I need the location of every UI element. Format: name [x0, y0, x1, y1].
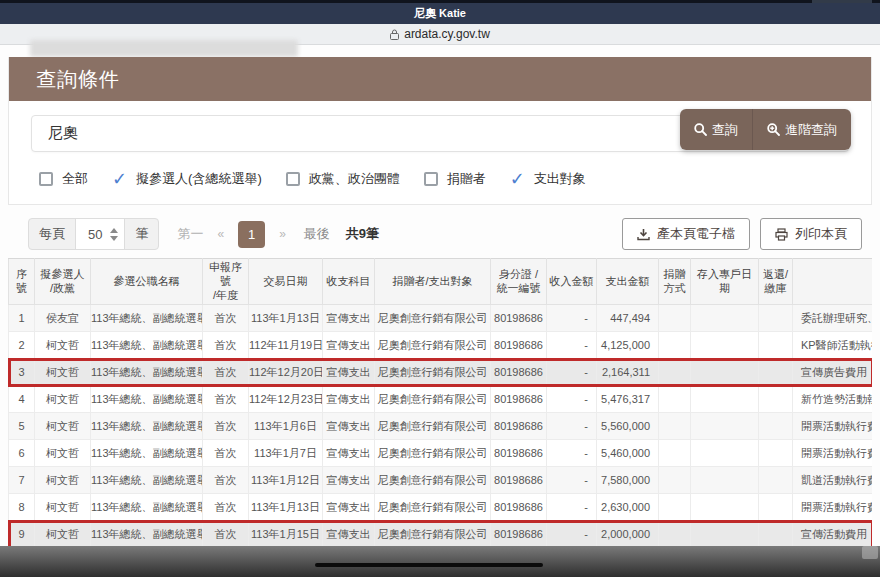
filter-candidates[interactable]: ✓ 擬參選人(含總統選舉): [112, 170, 262, 188]
table-cell: 開票活動執行費: [793, 440, 873, 467]
table-cell: 113年1月15日: [249, 521, 323, 546]
table-cell: [759, 440, 793, 467]
table-cell: 柯文哲: [35, 359, 91, 386]
zoom-plus-icon: [767, 123, 780, 136]
table-cell: 113年總統、副總統選舉: [91, 521, 203, 546]
checkbox-unchecked-icon[interactable]: [424, 172, 438, 186]
print-button-label: 列印本頁: [795, 225, 847, 243]
table-cell: 113年1月13日: [249, 305, 323, 332]
table-cell: 1: [9, 305, 35, 332]
table-cell: 柯文哲: [35, 413, 91, 440]
table-cell: [691, 440, 759, 467]
table-row[interactable]: 9柯文哲113年總統、副總統選舉首次113年1月15日宣傳支出尼奧創意行銷有限公…: [9, 521, 873, 546]
table-cell: [759, 521, 793, 546]
table-cell: 侯友宜: [35, 305, 91, 332]
table-cell: 柯文哲: [35, 386, 91, 413]
filter-parties[interactable]: 政黨、政治團體: [286, 170, 400, 188]
column-header: 參選公職名稱: [91, 259, 203, 305]
checkmark-icon[interactable]: ✓: [112, 172, 127, 186]
table-row[interactable]: 6柯文哲113年總統、副總統選舉首次113年1月7日宣傳支出尼奧創意行銷有限公司…: [9, 440, 873, 467]
home-indicator: [315, 563, 543, 567]
checkbox-unchecked-icon[interactable]: [39, 172, 53, 186]
table-cell: 首次: [203, 332, 249, 359]
table-cell: 5: [9, 413, 35, 440]
table-cell: 柯文哲: [35, 440, 91, 467]
table-cell: [759, 386, 793, 413]
filter-all[interactable]: 全部: [39, 170, 88, 188]
table-cell: [691, 467, 759, 494]
per-page-stepper[interactable]: 50: [75, 219, 125, 249]
table-cell: -: [547, 440, 597, 467]
table-cell: [659, 467, 691, 494]
checkmark-icon[interactable]: ✓: [510, 172, 525, 186]
table-cell: 80198686: [491, 305, 547, 332]
print-button[interactable]: 列印本頁: [760, 218, 862, 250]
table-cell: [759, 467, 793, 494]
table-cell: 新竹造勢活動執行費: [793, 386, 873, 413]
table-row[interactable]: 8柯文哲113年總統、副總統選舉首次113年1月13日宣傳支出尼奧創意行銷有限公…: [9, 494, 873, 521]
printer-icon: [775, 228, 788, 241]
table-cell: [759, 359, 793, 386]
table-cell: 首次: [203, 413, 249, 440]
table-cell: 尼奧創意行銷有限公司: [375, 305, 491, 332]
column-header: 申報序號 /年度: [203, 259, 249, 305]
table-cell: [659, 440, 691, 467]
table-cell: 首次: [203, 359, 249, 386]
table-cell: [691, 494, 759, 521]
table-cell: 113年1月12日: [249, 467, 323, 494]
table-cell: 5,460,000: [597, 440, 659, 467]
download-icon: [637, 228, 650, 241]
table-cell: -: [547, 359, 597, 386]
advanced-search-button-label: 進階查詢: [785, 121, 837, 139]
export-button[interactable]: 產本頁電子檔: [622, 218, 750, 250]
table-cell: 柯文哲: [35, 332, 91, 359]
checkbox-unchecked-icon[interactable]: [286, 172, 300, 186]
stepper-arrows-icon[interactable]: [110, 228, 118, 241]
filter-expenditure-targets[interactable]: ✓ 支出對象: [510, 170, 586, 188]
filter-donors[interactable]: 捐贈者: [424, 170, 486, 188]
table-cell: [691, 305, 759, 332]
advanced-search-button[interactable]: 進階查詢: [753, 109, 851, 150]
table-cell: 447,494: [597, 305, 659, 332]
table-cell: 6: [9, 440, 35, 467]
filter-row: 全部 ✓ 擬參選人(含總統選舉) 政黨、政治團體 捐贈者 ✓ 支出對象: [9, 161, 871, 197]
pagination: 每頁 50 筆 第一 « 1 » 最後 共9筆: [28, 218, 379, 250]
table-row[interactable]: 5柯文哲113年總統、副總統選舉首次113年1月6日宣傳支出尼奧創意行銷有限公司…: [9, 413, 873, 440]
table-cell: 80198686: [491, 386, 547, 413]
table-cell: 80198686: [491, 440, 547, 467]
table-cell: 113年總統、副總統選舉: [91, 305, 203, 332]
table-cell: 首次: [203, 386, 249, 413]
first-page-link[interactable]: 第一: [177, 225, 203, 243]
table-cell: 委託辦理研究、評估: [793, 305, 873, 332]
results-table-body: 1侯友宜113年總統、副總統選舉首次113年1月13日宣傳支出尼奧創意行銷有限公…: [9, 305, 873, 546]
table-cell: 113年1月7日: [249, 440, 323, 467]
table-cell: 113年總統、副總統選舉: [91, 332, 203, 359]
filter-label: 政黨、政治團體: [309, 170, 400, 188]
table-cell: 尼奧創意行銷有限公司: [375, 359, 491, 386]
table-cell: [659, 359, 691, 386]
filter-label: 擬參選人(含總統選舉): [136, 170, 262, 188]
table-cell: 柯文哲: [35, 494, 91, 521]
table-cell: 宣傳支出: [323, 359, 375, 386]
next-page-icon[interactable]: »: [279, 227, 286, 241]
table-cell: 8: [9, 494, 35, 521]
search-button[interactable]: 查詢: [680, 109, 753, 150]
table-cell: 4: [9, 386, 35, 413]
table-cell: 首次: [203, 305, 249, 332]
column-header: 捐贈者/支出對象: [375, 259, 491, 305]
last-page-link[interactable]: 最後: [304, 225, 330, 243]
table-cell: [691, 332, 759, 359]
column-header: 擬參選人 /政黨: [35, 259, 91, 305]
device-bottom-bar: [0, 546, 880, 577]
table-cell: 尼奧創意行銷有限公司: [375, 494, 491, 521]
table-row[interactable]: 3柯文哲113年總統、副總統選舉首次112年12月20日宣傳支出尼奧創意行銷有限…: [9, 359, 873, 386]
table-row[interactable]: 4柯文哲113年總統、副總統選舉首次112年12月23日宣傳支出尼奧創意行銷有限…: [9, 386, 873, 413]
table-row[interactable]: 7柯文哲113年總統、副總統選舉首次113年1月12日宣傳支出尼奧創意行銷有限公…: [9, 467, 873, 494]
table-row[interactable]: 1侯友宜113年總統、副總統選舉首次113年1月13日宣傳支出尼奧創意行銷有限公…: [9, 305, 873, 332]
current-page-button[interactable]: 1: [238, 221, 265, 248]
table-cell: -: [547, 305, 597, 332]
table-row[interactable]: 2柯文哲113年總統、副總統選舉首次112年11月19日宣傳支出尼奧創意行銷有限…: [9, 332, 873, 359]
search-row: 查詢 進階查詢: [9, 101, 871, 161]
browser-title-bar: 尼奧 Katie: [0, 3, 880, 24]
prev-page-icon[interactable]: «: [217, 227, 224, 241]
